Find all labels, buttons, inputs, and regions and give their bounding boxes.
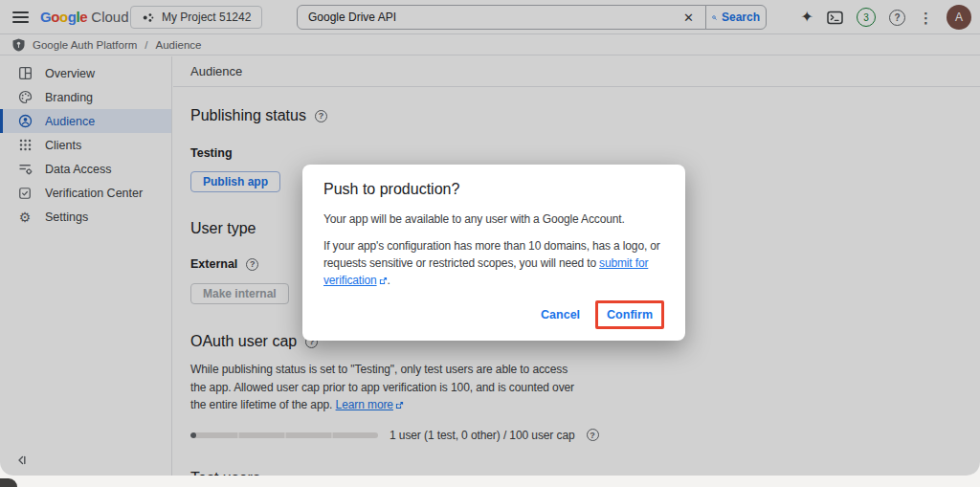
- dialog-body-paragraph-2: If your app's configuration has more tha…: [323, 237, 664, 289]
- external-link-icon: [379, 277, 388, 285]
- desktop-corner-shape: [0, 478, 17, 487]
- cancel-button[interactable]: Cancel: [533, 303, 588, 326]
- dialog-title: Push to production?: [323, 181, 664, 198]
- dialog-body-paragraph-1: Your app will be available to any user w…: [323, 210, 664, 228]
- browser-window: Google Cloud My Project 51242 ✕ Search: [0, 0, 980, 476]
- push-to-production-dialog: Push to production? Your app will be ava…: [302, 165, 685, 341]
- confirm-button[interactable]: Confirm: [599, 303, 660, 326]
- dialog-actions: Cancel Confirm: [323, 300, 664, 329]
- confirm-annotation-box: Confirm: [595, 300, 664, 329]
- dialog-body-text: .: [388, 274, 390, 287]
